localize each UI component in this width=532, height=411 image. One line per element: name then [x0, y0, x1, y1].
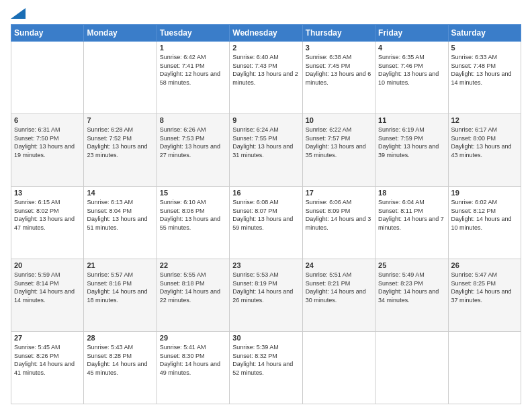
day-info: Sunrise: 5:43 AM Sunset: 8:28 PM Dayligh… — [87, 343, 153, 377]
calendar-cell: 22Sunrise: 5:55 AM Sunset: 8:18 PM Dayli… — [157, 259, 229, 332]
calendar-cell: 21Sunrise: 5:57 AM Sunset: 8:16 PM Dayli… — [84, 259, 157, 332]
day-number: 15 — [160, 189, 226, 197]
calendar-cell: 23Sunrise: 5:53 AM Sunset: 8:19 PM Dayli… — [230, 259, 302, 332]
day-info: Sunrise: 5:55 AM Sunset: 8:18 PM Dayligh… — [160, 271, 226, 304]
calendar-cell: 14Sunrise: 6:13 AM Sunset: 8:04 PM Dayli… — [84, 187, 157, 259]
day-number: 29 — [160, 334, 226, 342]
calendar-header-monday: Monday — [84, 25, 157, 42]
day-number: 22 — [160, 261, 226, 269]
day-number: 26 — [451, 261, 518, 269]
calendar-cell: 3Sunrise: 6:38 AM Sunset: 7:45 PM Daylig… — [302, 42, 375, 114]
day-number: 9 — [232, 116, 299, 124]
calendar-cell: 29Sunrise: 5:41 AM Sunset: 8:30 PM Dayli… — [157, 332, 229, 404]
day-info: Sunrise: 5:39 AM Sunset: 8:32 PM Dayligh… — [232, 343, 299, 377]
calendar-cell: 28Sunrise: 5:43 AM Sunset: 8:28 PM Dayli… — [84, 332, 157, 404]
day-info: Sunrise: 6:15 AM Sunset: 8:02 PM Dayligh… — [14, 198, 81, 232]
logo — [11, 8, 26, 19]
calendar-cell: 15Sunrise: 6:10 AM Sunset: 8:06 PM Dayli… — [157, 187, 229, 259]
day-info: Sunrise: 6:26 AM Sunset: 7:53 PM Dayligh… — [160, 126, 226, 159]
day-info: Sunrise: 6:33 AM Sunset: 7:48 PM Dayligh… — [451, 53, 518, 87]
day-number: 27 — [14, 334, 81, 342]
calendar-cell: 18Sunrise: 6:04 AM Sunset: 8:11 PM Dayli… — [375, 187, 448, 259]
day-info: Sunrise: 6:31 AM Sunset: 7:50 PM Dayligh… — [14, 126, 81, 159]
calendar-cell: 27Sunrise: 5:45 AM Sunset: 8:26 PM Dayli… — [11, 332, 84, 404]
calendar-cell: 20Sunrise: 5:59 AM Sunset: 8:14 PM Dayli… — [11, 259, 84, 332]
day-info: Sunrise: 6:35 AM Sunset: 7:46 PM Dayligh… — [378, 53, 445, 87]
day-number: 23 — [232, 261, 299, 269]
calendar-week-2: 13Sunrise: 6:15 AM Sunset: 8:02 PM Dayli… — [11, 187, 521, 259]
day-info: Sunrise: 6:04 AM Sunset: 8:11 PM Dayligh… — [378, 198, 445, 232]
calendar-cell: 6Sunrise: 6:31 AM Sunset: 7:50 PM Daylig… — [11, 114, 84, 187]
calendar-cell: 5Sunrise: 6:33 AM Sunset: 7:48 PM Daylig… — [448, 42, 521, 114]
calendar-cell: 17Sunrise: 6:06 AM Sunset: 8:09 PM Dayli… — [302, 187, 375, 259]
calendar-cell: 1Sunrise: 6:42 AM Sunset: 7:41 PM Daylig… — [157, 42, 229, 114]
calendar-week-4: 27Sunrise: 5:45 AM Sunset: 8:26 PM Dayli… — [11, 332, 521, 404]
day-number: 16 — [232, 189, 299, 197]
day-number: 8 — [160, 116, 226, 124]
calendar-cell — [302, 332, 375, 404]
day-info: Sunrise: 6:08 AM Sunset: 8:07 PM Dayligh… — [232, 198, 299, 232]
day-number: 12 — [451, 116, 518, 124]
day-info: Sunrise: 6:38 AM Sunset: 7:45 PM Dayligh… — [306, 53, 372, 87]
calendar-header-tuesday: Tuesday — [157, 25, 229, 42]
day-number: 1 — [160, 44, 226, 52]
day-number: 10 — [306, 116, 372, 124]
day-info: Sunrise: 6:28 AM Sunset: 7:52 PM Dayligh… — [87, 126, 153, 159]
calendar-cell: 4Sunrise: 6:35 AM Sunset: 7:46 PM Daylig… — [375, 42, 448, 114]
day-info: Sunrise: 5:59 AM Sunset: 8:14 PM Dayligh… — [14, 271, 81, 304]
day-info: Sunrise: 5:53 AM Sunset: 8:19 PM Dayligh… — [232, 271, 299, 304]
day-number: 6 — [14, 116, 81, 124]
page: SundayMondayTuesdayWednesdayThursdayFrid… — [0, 0, 532, 411]
calendar-header-row: SundayMondayTuesdayWednesdayThursdayFrid… — [11, 25, 521, 42]
day-number: 3 — [306, 44, 372, 52]
calendar-cell: 7Sunrise: 6:28 AM Sunset: 7:52 PM Daylig… — [84, 114, 157, 187]
calendar-cell: 9Sunrise: 6:24 AM Sunset: 7:55 PM Daylig… — [230, 114, 302, 187]
day-info: Sunrise: 6:06 AM Sunset: 8:09 PM Dayligh… — [306, 198, 372, 232]
calendar-cell: 16Sunrise: 6:08 AM Sunset: 8:07 PM Dayli… — [230, 187, 302, 259]
calendar-cell — [84, 42, 157, 114]
calendar-cell: 19Sunrise: 6:02 AM Sunset: 8:12 PM Dayli… — [448, 187, 521, 259]
day-number: 2 — [232, 44, 299, 52]
day-info: Sunrise: 6:19 AM Sunset: 7:59 PM Dayligh… — [378, 126, 445, 159]
calendar-header-sunday: Sunday — [11, 25, 84, 42]
day-info: Sunrise: 6:24 AM Sunset: 7:55 PM Dayligh… — [232, 126, 299, 159]
day-info: Sunrise: 6:40 AM Sunset: 7:43 PM Dayligh… — [232, 53, 299, 87]
day-number: 7 — [87, 116, 153, 124]
day-number: 19 — [451, 189, 518, 197]
day-number: 14 — [87, 189, 153, 197]
calendar-cell: 26Sunrise: 5:47 AM Sunset: 8:25 PM Dayli… — [448, 259, 521, 332]
calendar-cell: 10Sunrise: 6:22 AM Sunset: 7:57 PM Dayli… — [302, 114, 375, 187]
logo-triangle-icon — [11, 8, 26, 19]
calendar-header-friday: Friday — [375, 25, 448, 42]
day-number: 24 — [306, 261, 372, 269]
day-info: Sunrise: 6:22 AM Sunset: 7:57 PM Dayligh… — [306, 126, 372, 159]
day-number: 13 — [14, 189, 81, 197]
day-info: Sunrise: 5:41 AM Sunset: 8:30 PM Dayligh… — [160, 343, 226, 377]
day-info: Sunrise: 6:17 AM Sunset: 8:00 PM Dayligh… — [451, 126, 518, 159]
calendar-header-saturday: Saturday — [448, 25, 521, 42]
calendar-cell: 11Sunrise: 6:19 AM Sunset: 7:59 PM Dayli… — [375, 114, 448, 187]
day-info: Sunrise: 5:57 AM Sunset: 8:16 PM Dayligh… — [87, 271, 153, 304]
day-number: 17 — [306, 189, 372, 197]
day-info: Sunrise: 5:51 AM Sunset: 8:21 PM Dayligh… — [306, 271, 372, 304]
calendar-header-thursday: Thursday — [302, 25, 375, 42]
calendar-cell — [375, 332, 448, 404]
day-info: Sunrise: 6:02 AM Sunset: 8:12 PM Dayligh… — [451, 198, 518, 232]
day-info: Sunrise: 5:47 AM Sunset: 8:25 PM Dayligh… — [451, 271, 518, 304]
calendar-cell — [11, 42, 84, 114]
calendar-cell: 24Sunrise: 5:51 AM Sunset: 8:21 PM Dayli… — [302, 259, 375, 332]
day-number: 5 — [451, 44, 518, 52]
calendar-cell: 25Sunrise: 5:49 AM Sunset: 8:23 PM Dayli… — [375, 259, 448, 332]
calendar-week-1: 6Sunrise: 6:31 AM Sunset: 7:50 PM Daylig… — [11, 114, 521, 187]
day-number: 4 — [378, 44, 445, 52]
calendar-week-3: 20Sunrise: 5:59 AM Sunset: 8:14 PM Dayli… — [11, 259, 521, 332]
calendar-header-wednesday: Wednesday — [230, 25, 302, 42]
calendar-cell: 13Sunrise: 6:15 AM Sunset: 8:02 PM Dayli… — [11, 187, 84, 259]
day-number: 28 — [87, 334, 153, 342]
calendar-cell: 8Sunrise: 6:26 AM Sunset: 7:53 PM Daylig… — [157, 114, 229, 187]
day-number: 30 — [232, 334, 299, 342]
day-info: Sunrise: 6:10 AM Sunset: 8:06 PM Dayligh… — [160, 198, 226, 232]
day-number: 18 — [378, 189, 445, 197]
day-info: Sunrise: 5:45 AM Sunset: 8:26 PM Dayligh… — [14, 343, 81, 377]
header — [11, 8, 521, 19]
